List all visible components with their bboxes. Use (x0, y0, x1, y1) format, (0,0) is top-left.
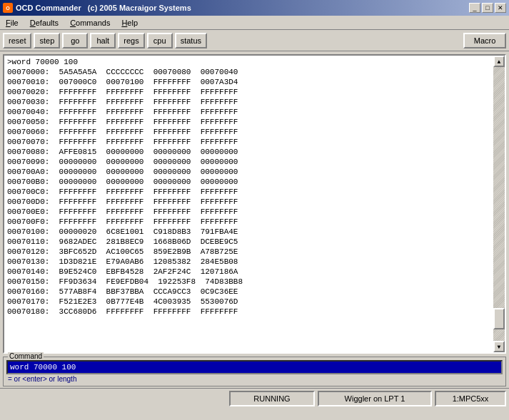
output-line: 00070150: FF9D3634 FE9EFDB04 192253F8 74… (7, 277, 502, 287)
scroll-thumb[interactable] (493, 308, 505, 329)
main-output-area: >word 70000 100 00070000: 5A5A5A5A CCCCC… (3, 54, 506, 354)
cpu-button[interactable]: cpu (147, 33, 173, 48)
status-button[interactable]: status (175, 33, 207, 48)
title-bar-buttons: _ □ ✕ (469, 3, 506, 13)
command-input[interactable] (6, 360, 503, 374)
menu-defaults[interactable]: Defaults (27, 17, 61, 29)
output-line: 00070100: 00000020 6C8E1001 C918D8B3 791… (7, 227, 502, 237)
command-echo-line: >word 70000 100 (7, 57, 502, 67)
scroll-up-button[interactable]: ▲ (493, 56, 505, 67)
output-line: 00070050: FFFFFFFF FFFFFFFF FFFFFFFF FFF… (7, 117, 502, 127)
running-status-panel: RUNNING (229, 391, 315, 406)
scroll-down-button[interactable]: ▼ (493, 341, 505, 352)
output-line: 00070140: B9E524C0 EBFB4528 2AF2F24C 120… (7, 267, 502, 277)
output-line: 000700B0: 00000000 00000000 00000000 000… (7, 177, 502, 187)
output-line: 00070090: 00000000 00000000 00000000 000… (7, 157, 502, 167)
output-line: 00070010: 007000C0 00070100 FFFFFFFF 000… (7, 77, 502, 87)
menu-help[interactable]: Help (119, 17, 141, 29)
running-status-text: RUNNING (253, 394, 290, 403)
output-line: 00070020: FFFFFFFF FFFFFFFF FFFFFFFF FFF… (7, 87, 502, 97)
app-icon: O (3, 3, 13, 13)
output-line: 000700A0: 00000000 00000000 00000000 000… (7, 167, 502, 177)
output-line: 00070030: FFFFFFFF FFFFFFFF FFFFFFFF FFF… (7, 97, 502, 107)
menu-file[interactable]: File (3, 17, 21, 29)
output-line: 000700F0: FFFFFFFF FFFFFFFF FFFFFFFF FFF… (7, 217, 502, 227)
output-line: 00070040: FFFFFFFF FFFFFFFF FFFFFFFF FFF… (7, 107, 502, 117)
output-line: 00070110: 9682ADEC 281B8EC9 1668B06D DCE… (7, 237, 502, 247)
output-line: 00070070: FFFFFFFF FFFFFFFF FFFFFFFF FFF… (7, 137, 502, 147)
device-status-text: 1:MPC5xx (453, 394, 489, 403)
minimize-button[interactable]: _ (469, 3, 480, 13)
output-line: 000700C0: FFFFFFFF FFFFFFFF FFFFFFFF FFF… (7, 187, 502, 197)
output-line: 00070120: 3BFC652D AC100C65 859E2B9B A78… (7, 247, 502, 257)
go-button[interactable]: go (62, 33, 88, 48)
title-bar-left: O OCD Commander (c) 2005 Macraigor Syste… (3, 3, 191, 13)
wiggler-status-panel: Wiggler on LPT 1 (318, 391, 432, 406)
title-bar: O OCD Commander (c) 2005 Macraigor Syste… (0, 0, 509, 16)
menu-commands[interactable]: Commands (67, 17, 113, 29)
step-button[interactable]: step (34, 33, 60, 48)
output-line: 00070130: 1D3D821E E79A0AB6 12085382 284… (7, 257, 502, 267)
reset-button[interactable]: reset (3, 33, 31, 48)
device-status-panel: 1:MPC5xx (435, 391, 506, 406)
scroll-track[interactable] (493, 67, 505, 341)
maximize-button[interactable]: □ (482, 3, 493, 13)
output-line: 00070160: 577AB8F4 BBF37BBA CCCA9CC3 0C9… (7, 287, 502, 297)
menu-bar: File Defaults Commands Help (0, 16, 509, 30)
output-line: 000700E0: FFFFFFFF FFFFFFFF FFFFFFFF FFF… (7, 207, 502, 217)
output-line: 00070000: 5A5A5A5A CCCCCCCC 00070080 000… (7, 67, 502, 77)
output-line: 00070170: F521E2E3 0B777E4B 4C003935 553… (7, 297, 502, 307)
output-line: 000700D0: FFFFFFFF FFFFFFFF FFFFFFFF FFF… (7, 197, 502, 207)
close-button[interactable]: ✕ (495, 3, 506, 13)
wiggler-status-text: Wiggler on LPT 1 (345, 394, 405, 403)
command-hint: = or <enter> or length (6, 375, 503, 383)
output-line: 00070180: 3CC680D6 FFFFFFFF FFFFFFFF FFF… (7, 307, 502, 317)
command-area: Command = or <enter> or length (3, 357, 506, 386)
output-display[interactable]: >word 70000 100 00070000: 5A5A5A5A CCCCC… (4, 56, 505, 352)
halt-button[interactable]: halt (90, 33, 116, 48)
regs-button[interactable]: regs (118, 33, 144, 48)
scrollbar[interactable]: ▲ ▼ (493, 56, 505, 352)
macro-button[interactable]: Macro (463, 33, 506, 48)
title-bar-text: OCD Commander (c) 2005 Macraigor Systems (16, 4, 191, 12)
output-line: 00070080: AFFE0815 00000000 00000000 000… (7, 147, 502, 157)
svg-text:O: O (6, 6, 10, 11)
output-line: 00070060: FFFFFFFF FFFFFFFF FFFFFFFF FFF… (7, 127, 502, 137)
toolbar: reset step go halt regs cpu status Macro (0, 30, 509, 51)
status-bar: RUNNING Wiggler on LPT 1 1:MPC5xx (0, 388, 509, 408)
command-label: Command (8, 352, 44, 360)
